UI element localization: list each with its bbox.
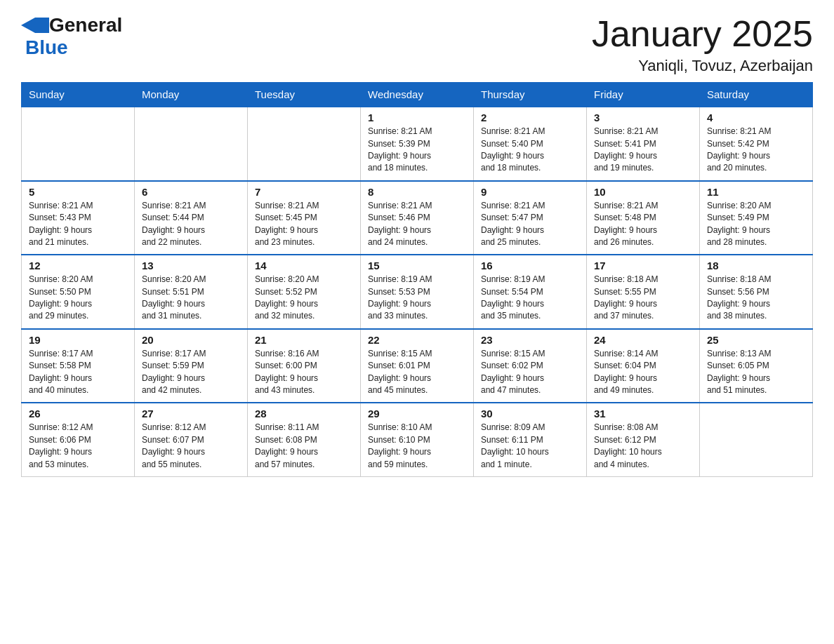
day-number: 2 [481, 112, 579, 123]
header-day-saturday: Saturday [700, 83, 813, 107]
logo-blue-text: Blue [21, 36, 122, 59]
day-number: 12 [29, 260, 127, 271]
day-info: Sunrise: 8:09 AMSunset: 6:11 PMDaylight:… [481, 422, 579, 471]
header-day-wednesday: Wednesday [361, 83, 474, 107]
day-number: 25 [707, 334, 805, 346]
day-info: Sunrise: 8:20 AMSunset: 5:51 PMDaylight:… [142, 274, 240, 323]
calendar-cell: 2Sunrise: 8:21 AMSunset: 5:40 PMDaylight… [474, 107, 587, 181]
calendar-cell: 30Sunrise: 8:09 AMSunset: 6:11 PMDayligh… [474, 403, 587, 476]
day-info: Sunrise: 8:18 AMSunset: 5:55 PMDaylight:… [594, 274, 692, 323]
header-day-thursday: Thursday [474, 83, 587, 107]
calendar-cell: 15Sunrise: 8:19 AMSunset: 5:53 PMDayligh… [361, 255, 474, 329]
calendar-cell: 21Sunrise: 8:16 AMSunset: 6:00 PMDayligh… [248, 329, 361, 403]
calendar-cell: 23Sunrise: 8:15 AMSunset: 6:02 PMDayligh… [474, 329, 587, 403]
calendar-cell: 14Sunrise: 8:20 AMSunset: 5:52 PMDayligh… [248, 255, 361, 329]
calendar-cell: 27Sunrise: 8:12 AMSunset: 6:07 PMDayligh… [135, 403, 248, 476]
header-day-sunday: Sunday [22, 83, 135, 107]
day-number: 11 [707, 186, 805, 198]
day-info: Sunrise: 8:14 AMSunset: 6:04 PMDaylight:… [594, 348, 692, 397]
day-info: Sunrise: 8:20 AMSunset: 5:50 PMDaylight:… [29, 274, 127, 323]
calendar-cell: 11Sunrise: 8:20 AMSunset: 5:49 PMDayligh… [700, 181, 813, 255]
day-info: Sunrise: 8:21 AMSunset: 5:39 PMDaylight:… [368, 126, 466, 175]
day-number: 19 [29, 334, 127, 346]
calendar-cell: 31Sunrise: 8:08 AMSunset: 6:12 PMDayligh… [587, 403, 700, 476]
header-day-monday: Monday [135, 83, 248, 107]
calendar-cell: 12Sunrise: 8:20 AMSunset: 5:50 PMDayligh… [22, 255, 135, 329]
logo-container: General Blue [21, 14, 122, 59]
week-row-4: 19Sunrise: 8:17 AMSunset: 5:58 PMDayligh… [22, 329, 813, 403]
logo-general-text: General [49, 14, 122, 36]
day-number: 21 [255, 334, 353, 346]
day-info: Sunrise: 8:21 AMSunset: 5:48 PMDaylight:… [594, 200, 692, 249]
header-day-friday: Friday [587, 83, 700, 107]
calendar-cell: 13Sunrise: 8:20 AMSunset: 5:51 PMDayligh… [135, 255, 248, 329]
calendar-header: SundayMondayTuesdayWednesdayThursdayFrid… [22, 83, 813, 107]
calendar-cell: 6Sunrise: 8:21 AMSunset: 5:44 PMDaylight… [135, 181, 248, 255]
week-row-3: 12Sunrise: 8:20 AMSunset: 5:50 PMDayligh… [22, 255, 813, 329]
day-info: Sunrise: 8:17 AMSunset: 5:58 PMDaylight:… [29, 348, 127, 397]
calendar-body: 1Sunrise: 8:21 AMSunset: 5:39 PMDaylight… [22, 107, 813, 476]
day-number: 13 [142, 260, 240, 271]
calendar-cell: 8Sunrise: 8:21 AMSunset: 5:46 PMDaylight… [361, 181, 474, 255]
day-info: Sunrise: 8:11 AMSunset: 6:08 PMDaylight:… [255, 422, 353, 471]
calendar-cell: 5Sunrise: 8:21 AMSunset: 5:43 PMDaylight… [22, 181, 135, 255]
day-number: 24 [594, 334, 692, 346]
day-number: 4 [707, 112, 805, 123]
calendar-cell: 9Sunrise: 8:21 AMSunset: 5:47 PMDaylight… [474, 181, 587, 255]
calendar-table: SundayMondayTuesdayWednesdayThursdayFrid… [21, 82, 813, 477]
day-info: Sunrise: 8:21 AMSunset: 5:42 PMDaylight:… [707, 126, 805, 175]
calendar-cell: 20Sunrise: 8:17 AMSunset: 5:59 PMDayligh… [135, 329, 248, 403]
day-number: 7 [255, 186, 353, 198]
day-number: 26 [29, 408, 127, 420]
calendar-cell: 19Sunrise: 8:17 AMSunset: 5:58 PMDayligh… [22, 329, 135, 403]
day-info: Sunrise: 8:21 AMSunset: 5:41 PMDaylight:… [594, 126, 692, 175]
day-number: 22 [368, 334, 466, 346]
day-number: 14 [255, 260, 353, 271]
day-info: Sunrise: 8:12 AMSunset: 6:07 PMDaylight:… [142, 422, 240, 471]
day-info: Sunrise: 8:16 AMSunset: 6:00 PMDaylight:… [255, 348, 353, 397]
week-row-1: 1Sunrise: 8:21 AMSunset: 5:39 PMDaylight… [22, 107, 813, 181]
calendar-cell: 7Sunrise: 8:21 AMSunset: 5:45 PMDaylight… [248, 181, 361, 255]
calendar-cell [135, 107, 248, 181]
day-info: Sunrise: 8:13 AMSunset: 6:05 PMDaylight:… [707, 348, 805, 397]
location: Yaniqli, Tovuz, Azerbaijan [592, 57, 813, 75]
day-info: Sunrise: 8:21 AMSunset: 5:46 PMDaylight:… [368, 200, 466, 249]
calendar-cell: 26Sunrise: 8:12 AMSunset: 6:06 PMDayligh… [22, 403, 135, 476]
day-info: Sunrise: 8:20 AMSunset: 5:49 PMDaylight:… [707, 200, 805, 249]
calendar-cell: 22Sunrise: 8:15 AMSunset: 6:01 PMDayligh… [361, 329, 474, 403]
calendar-cell: 24Sunrise: 8:14 AMSunset: 6:04 PMDayligh… [587, 329, 700, 403]
day-number: 23 [481, 334, 579, 346]
calendar-cell: 10Sunrise: 8:21 AMSunset: 5:48 PMDayligh… [587, 181, 700, 255]
page-header: General Blue January 2025 Yaniqli, Tovuz… [21, 14, 813, 75]
title-block: January 2025 Yaniqli, Tovuz, Azerbaijan [592, 14, 813, 75]
day-number: 16 [481, 260, 579, 271]
svg-marker-0 [21, 18, 49, 33]
day-number: 17 [594, 260, 692, 271]
calendar-cell: 18Sunrise: 8:18 AMSunset: 5:56 PMDayligh… [700, 255, 813, 329]
calendar-cell: 25Sunrise: 8:13 AMSunset: 6:05 PMDayligh… [700, 329, 813, 403]
day-info: Sunrise: 8:20 AMSunset: 5:52 PMDaylight:… [255, 274, 353, 323]
week-row-5: 26Sunrise: 8:12 AMSunset: 6:06 PMDayligh… [22, 403, 813, 476]
logo-arrow-icon [21, 18, 49, 33]
calendar-cell: 17Sunrise: 8:18 AMSunset: 5:55 PMDayligh… [587, 255, 700, 329]
day-number: 15 [368, 260, 466, 271]
calendar-cell: 3Sunrise: 8:21 AMSunset: 5:41 PMDaylight… [587, 107, 700, 181]
day-info: Sunrise: 8:19 AMSunset: 5:53 PMDaylight:… [368, 274, 466, 323]
header-row: SundayMondayTuesdayWednesdayThursdayFrid… [22, 83, 813, 107]
day-number: 3 [594, 112, 692, 123]
day-info: Sunrise: 8:21 AMSunset: 5:47 PMDaylight:… [481, 200, 579, 249]
calendar-cell: 1Sunrise: 8:21 AMSunset: 5:39 PMDaylight… [361, 107, 474, 181]
day-number: 30 [481, 408, 579, 420]
day-info: Sunrise: 8:08 AMSunset: 6:12 PMDaylight:… [594, 422, 692, 471]
calendar-cell: 16Sunrise: 8:19 AMSunset: 5:54 PMDayligh… [474, 255, 587, 329]
day-number: 27 [142, 408, 240, 420]
day-info: Sunrise: 8:21 AMSunset: 5:45 PMDaylight:… [255, 200, 353, 249]
day-number: 1 [368, 112, 466, 123]
day-number: 6 [142, 186, 240, 198]
calendar-cell: 28Sunrise: 8:11 AMSunset: 6:08 PMDayligh… [248, 403, 361, 476]
day-info: Sunrise: 8:21 AMSunset: 5:44 PMDaylight:… [142, 200, 240, 249]
week-row-2: 5Sunrise: 8:21 AMSunset: 5:43 PMDaylight… [22, 181, 813, 255]
day-info: Sunrise: 8:19 AMSunset: 5:54 PMDaylight:… [481, 274, 579, 323]
calendar-cell: 29Sunrise: 8:10 AMSunset: 6:10 PMDayligh… [361, 403, 474, 476]
day-number: 10 [594, 186, 692, 198]
